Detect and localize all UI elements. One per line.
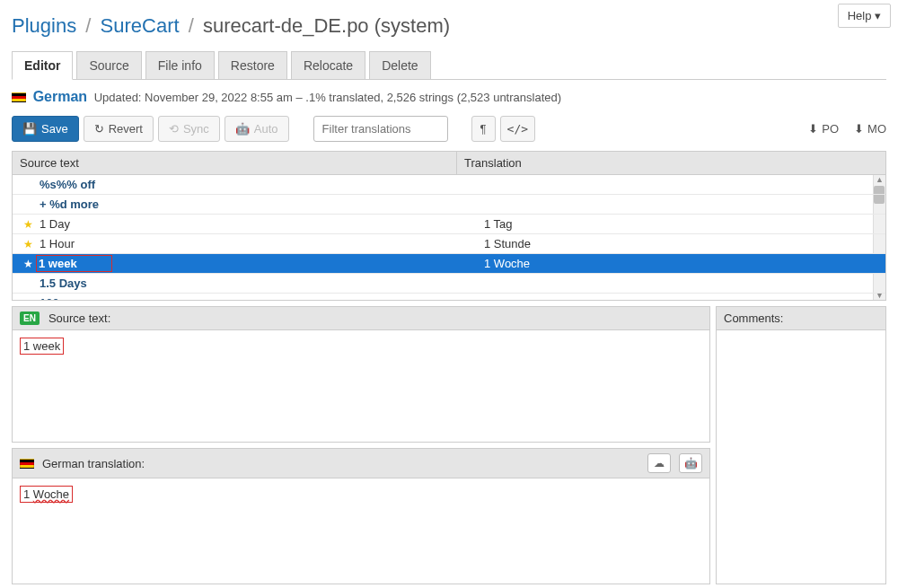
row-source: %s%% off — [13, 175, 457, 194]
row-translation: 1 Tag — [457, 215, 885, 233]
star-icon: ★ — [23, 218, 33, 231]
download-icon: ⬇ — [808, 122, 818, 136]
pilcrow-button[interactable]: ¶ — [471, 116, 496, 142]
row-translation — [457, 175, 885, 194]
source-pane: EN Source text: 1 week — [12, 306, 710, 443]
table-row[interactable]: %s%% off — [13, 175, 885, 195]
translation-text-area[interactable]: 1 Woche — [13, 478, 709, 584]
save-label: Save — [41, 122, 68, 136]
breadcrumb-surecart[interactable]: SureCart — [101, 14, 180, 37]
row-translation: 1 Stunde — [457, 234, 885, 253]
sync-icon: ⟲ — [169, 122, 179, 136]
auto-label: Auto — [254, 122, 278, 136]
row-translation — [457, 195, 885, 214]
tab-restore[interactable]: Restore — [218, 51, 287, 80]
revert-button[interactable]: ↻Revert — [84, 116, 154, 142]
comments-pane-head: Comments: — [717, 307, 885, 330]
cloud-button[interactable]: ☁ — [647, 453, 671, 473]
highlight-box: 1 week — [20, 338, 64, 355]
tab-source[interactable]: Source — [76, 51, 141, 80]
source-text-area[interactable]: 1 week — [13, 330, 709, 442]
breadcrumb-plugins[interactable]: Plugins — [12, 14, 76, 37]
table-row[interactable]: + %d more — [13, 195, 885, 215]
row-source: + %d more — [13, 195, 457, 214]
translation-value-prefix: 1 — [23, 487, 33, 501]
save-icon: 💾 — [22, 122, 37, 136]
tab-relocate[interactable]: Relocate — [291, 51, 365, 80]
row-source: 1 Hour — [13, 234, 457, 253]
code-button[interactable]: </> — [500, 116, 535, 142]
col-source-header[interactable]: Source text — [13, 152, 457, 174]
locale-row: German Updated: November 29, 2022 8:55 a… — [0, 80, 898, 112]
comments-pane: Comments: — [716, 306, 886, 584]
row-translation — [457, 274, 885, 293]
table-row[interactable]: 1.5 Days — [13, 274, 885, 294]
save-button[interactable]: 💾Save — [12, 116, 79, 142]
row-source: 1.5 Days — [13, 274, 457, 293]
breadcrumb: Plugins / SureCart / surecart-de_DE.po (… — [0, 0, 898, 47]
tabs: Editor Source File info Restore Relocate… — [12, 50, 886, 80]
breadcrumb-file: surecart-de_DE.po (system) — [203, 14, 450, 37]
revert-icon: ↻ — [94, 122, 104, 136]
flag-de-icon — [20, 459, 34, 469]
row-translation: 1 Woche — [457, 254, 885, 273]
spellcheck-word: Woche — [33, 487, 69, 501]
tab-delete[interactable]: Delete — [369, 51, 430, 80]
auto-button[interactable]: 🤖Auto — [224, 116, 289, 142]
grid-header: Source text Translation — [13, 152, 885, 175]
flag-de-icon — [12, 92, 26, 102]
en-badge-icon: EN — [20, 312, 40, 325]
comments-label: Comments: — [724, 312, 783, 325]
editor-panes: EN Source text: 1 week German translatio… — [12, 306, 886, 584]
breadcrumb-sep: / — [189, 14, 194, 37]
table-row[interactable]: ★1 Hour1 Stunde — [13, 234, 885, 254]
po-label: PO — [822, 122, 839, 136]
robot-button[interactable]: 🤖 — [679, 453, 702, 473]
filter-input[interactable] — [313, 116, 448, 142]
translation-pane: German translation: ☁ 🤖 1 Woche — [12, 448, 710, 584]
help-button[interactable]: Help ▾ — [838, 4, 891, 28]
mo-label: MO — [867, 122, 886, 136]
row-source: 1 Day — [13, 215, 457, 233]
source-pane-head: EN Source text: — [13, 307, 709, 330]
row-source: 1 week — [13, 254, 457, 273]
star-icon: ★ — [23, 238, 33, 250]
download-icon: ⬇ — [854, 122, 864, 136]
sync-label: Sync — [183, 122, 209, 136]
robot-icon: 🤖 — [235, 122, 250, 136]
revert-label: Revert — [109, 122, 143, 136]
toolbar: 💾Save ↻Revert ⟲Sync 🤖Auto ¶ </> ⬇PO ⬇MO — [0, 112, 898, 151]
tab-fileinfo[interactable]: File info — [145, 51, 215, 80]
sync-button[interactable]: ⟲Sync — [158, 116, 220, 142]
table-row[interactable]: 100 — [13, 294, 885, 300]
source-pane-label: Source text: — [48, 312, 110, 325]
translation-pane-label: German translation: — [42, 457, 145, 470]
table-row[interactable]: ★1 Day1 Tag — [13, 215, 885, 234]
table-row[interactable]: ★1 week1 Woche — [13, 254, 885, 274]
col-translation-header[interactable]: Translation — [457, 152, 885, 174]
locale-name[interactable]: German — [33, 89, 87, 104]
tab-editor[interactable]: Editor — [12, 51, 73, 80]
locale-meta: Updated: November 29, 2022 8:55 am – .1%… — [94, 91, 561, 104]
breadcrumb-sep: / — [85, 14, 91, 37]
row-translation — [457, 294, 885, 300]
highlight-box: 1 Woche — [20, 486, 73, 503]
translation-grid: Source text Translation ▲ ▼ %s%% off+ %d… — [12, 151, 886, 301]
translation-pane-head: German translation: ☁ 🤖 — [13, 449, 709, 478]
comments-area[interactable] — [717, 330, 885, 580]
row-source: 100 — [13, 294, 457, 300]
download-po[interactable]: ⬇PO — [808, 122, 839, 136]
download-mo[interactable]: ⬇MO — [854, 122, 886, 136]
star-icon: ★ — [23, 258, 33, 270]
